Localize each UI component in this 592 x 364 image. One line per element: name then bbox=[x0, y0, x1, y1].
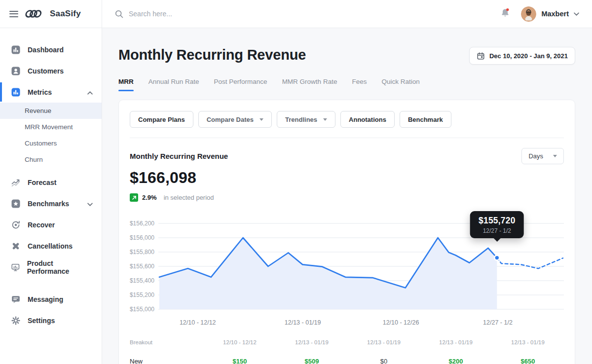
chart-plot-area[interactable]: $155,720 12/27 - 1/2 bbox=[158, 216, 564, 314]
sidebar-item-cancellations[interactable]: Cancellations bbox=[0, 235, 102, 256]
tooltip-value: $155,720 bbox=[479, 216, 516, 226]
main-content: Monthly Recurring Revenue Dec 10, 2020 -… bbox=[102, 28, 592, 364]
chevron-down-icon bbox=[87, 199, 93, 208]
breakout-table: Breakout 12/10 - 12/12 12/13 - 01/19 12/… bbox=[130, 334, 564, 364]
sidebar-item-label: Metrics bbox=[28, 88, 52, 96]
metric-change-caption: in selected period bbox=[164, 194, 214, 201]
date-range-picker[interactable]: Dec 10, 2020 - Jan 9, 2021 bbox=[469, 47, 575, 65]
sidebar-subitem-churn[interactable]: Churn bbox=[0, 151, 102, 168]
table-cell: $150 bbox=[204, 358, 276, 364]
sidebar-item-product-performance[interactable]: Product Performance bbox=[0, 256, 102, 278]
bar-chart-icon bbox=[11, 87, 21, 97]
trend-up-badge-icon bbox=[130, 193, 138, 202]
y-axis-label: $155,000 bbox=[130, 306, 154, 313]
tooltip-period: 12/27 - 1/2 bbox=[479, 227, 516, 234]
monitor-chart-icon bbox=[11, 262, 20, 272]
active-indicator bbox=[0, 82, 2, 102]
column-header: Breakout bbox=[130, 339, 204, 345]
annotations-button[interactable]: Annotations bbox=[340, 111, 395, 128]
tabs: MRR Annual Run Rate Post Performance MMR… bbox=[118, 78, 575, 91]
column-header: 12/13 - 01/19 bbox=[348, 339, 420, 345]
button-label: Compare Dates bbox=[207, 116, 254, 123]
mrr-card: Compare Plans Compare Dates Trendlines A… bbox=[118, 100, 575, 364]
tab-post-performance[interactable]: Post Performance bbox=[214, 78, 267, 91]
metric-value: $166,098 bbox=[130, 169, 564, 187]
tab-fees[interactable]: Fees bbox=[352, 78, 367, 91]
sidebar-divider-gap bbox=[0, 278, 102, 289]
sidebar-item-label: Messaging bbox=[28, 295, 63, 303]
table-row: New $150 $509 $0 $200 $650 bbox=[130, 351, 564, 364]
trendlines-button[interactable]: Trendlines bbox=[277, 111, 335, 128]
divider bbox=[130, 138, 564, 138]
button-label: Compare Plans bbox=[138, 116, 185, 123]
table-cell: $650 bbox=[492, 358, 564, 364]
user-name: Maxbert bbox=[541, 10, 569, 18]
gear-icon bbox=[11, 316, 21, 326]
x-axis-label: 12/10 - 12/26 bbox=[383, 319, 419, 326]
search-icon bbox=[115, 10, 123, 18]
y-axis-label: $155,800 bbox=[130, 249, 154, 255]
table-header-row: Breakout 12/10 - 12/12 12/13 - 01/19 12/… bbox=[130, 334, 564, 351]
sidebar-subitem-revenue[interactable]: Revenue bbox=[0, 103, 102, 119]
caret-down-icon bbox=[259, 118, 263, 121]
avatar bbox=[521, 6, 536, 22]
sidebar-item-label: Cancellations bbox=[28, 242, 73, 250]
tab-mrr[interactable]: MRR bbox=[118, 78, 134, 91]
y-axis-label: $156,200 bbox=[130, 220, 154, 227]
brand-name: SaaSify bbox=[50, 9, 81, 19]
caret-down-icon bbox=[323, 118, 327, 121]
interval-select[interactable]: Days bbox=[521, 148, 564, 164]
sidebar-item-messaging[interactable]: Messaging bbox=[0, 289, 102, 310]
sidebar-item-settings[interactable]: Settings bbox=[0, 310, 102, 331]
hamburger-icon[interactable] bbox=[9, 11, 18, 17]
tab-mmr-growth-rate[interactable]: MMR Growth Rate bbox=[282, 78, 337, 91]
sidebar-subitem-mrr-movement[interactable]: MRR Movement bbox=[0, 119, 102, 135]
chain-logo-icon bbox=[25, 8, 43, 19]
button-label: Trendlines bbox=[285, 116, 317, 123]
user-menu[interactable]: Maxbert bbox=[521, 6, 579, 22]
interval-label: Days bbox=[528, 152, 543, 160]
sidebar-item-metrics[interactable]: Metrics bbox=[0, 81, 102, 103]
y-axis: $156,200$156,000$155,800$155,600$155,400… bbox=[130, 216, 158, 314]
chevron-down-icon bbox=[574, 12, 579, 16]
table-cell: $0 bbox=[348, 358, 420, 364]
sidebar-subitem-customers[interactable]: Customers bbox=[0, 135, 102, 151]
page-title: Monthly Recurring Revenue bbox=[118, 47, 306, 63]
star-icon bbox=[11, 199, 21, 209]
compare-plans-button[interactable]: Compare Plans bbox=[130, 111, 193, 128]
sidebar-item-benchmarks[interactable]: Benchmarks bbox=[0, 193, 102, 214]
caret-down-icon bbox=[553, 155, 557, 157]
compare-dates-button[interactable]: Compare Dates bbox=[198, 111, 272, 128]
tab-quick-ration[interactable]: Quick Ration bbox=[381, 78, 419, 91]
table-cell: $509 bbox=[276, 358, 348, 364]
notifications-button[interactable] bbox=[500, 8, 510, 20]
bandage-cross-icon bbox=[11, 241, 21, 251]
y-axis-label: $155,200 bbox=[130, 291, 154, 298]
bell-icon bbox=[500, 8, 510, 18]
metric-change: 2.9% bbox=[142, 194, 157, 201]
search-input[interactable] bbox=[129, 10, 277, 18]
benchmark-button[interactable]: Benchmark bbox=[400, 111, 451, 128]
sidebar-item-dashboard[interactable]: Dashboard bbox=[0, 39, 102, 60]
column-header: 12/13 - 01/19 bbox=[276, 339, 348, 345]
x-axis-label: 12/10 - 12/12 bbox=[180, 319, 216, 326]
brand-area: SaaSify bbox=[0, 0, 102, 28]
tab-annual-run-rate[interactable]: Annual Run Rate bbox=[148, 78, 199, 91]
column-header: 12/10 - 12/12 bbox=[204, 339, 276, 345]
row-label: New bbox=[130, 358, 204, 364]
column-header: 12/13 - 01/19 bbox=[420, 339, 492, 345]
sidebar-item-label: Recover bbox=[28, 221, 55, 229]
search-box[interactable] bbox=[115, 10, 500, 18]
sidebar-item-label: Product Performance bbox=[27, 259, 93, 275]
y-axis-label: $155,400 bbox=[130, 277, 154, 284]
column-header: 12/13 - 01/19 bbox=[492, 339, 564, 345]
sidebar-item-label: Dashboard bbox=[28, 46, 64, 54]
calendar-icon bbox=[477, 52, 485, 60]
sidebar-item-label: Customers bbox=[28, 67, 64, 75]
sidebar-item-customers[interactable]: Customers bbox=[0, 60, 102, 81]
mrr-chart: $156,200$156,000$155,800$155,600$155,400… bbox=[130, 216, 564, 314]
y-axis-label: $155,600 bbox=[130, 263, 154, 270]
sidebar-item-recover[interactable]: Recover bbox=[0, 214, 102, 235]
date-range-label: Dec 10, 2020 - Jan 9, 2021 bbox=[489, 52, 568, 60]
sidebar-item-forecast[interactable]: Forecast bbox=[0, 172, 102, 193]
